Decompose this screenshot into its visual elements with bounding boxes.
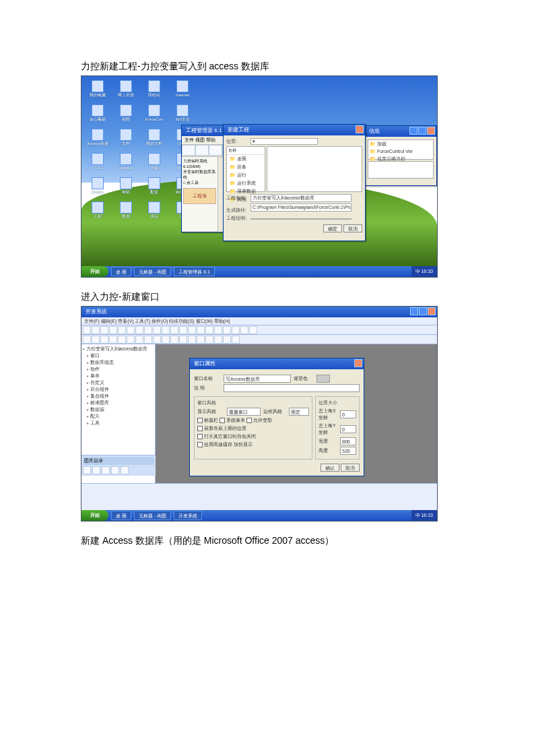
desktop-icon[interactable]: ForceCon xyxy=(142,104,166,127)
window-properties-dialog[interactable]: 窗口属性 窗口名称写Access数据库背景色 说 明 窗口风格 显示风格覆盖窗口… xyxy=(189,358,364,476)
desktop-icon[interactable]: 设备 xyxy=(142,153,166,176)
tool-button[interactable] xyxy=(102,466,110,474)
tree-item[interactable]: 窗口 xyxy=(83,352,154,359)
desktop-icon[interactable]: 帮助 xyxy=(114,177,138,200)
taskbar-item[interactable]: 工程管理器 6.1 xyxy=(174,267,215,276)
max-icon[interactable] xyxy=(418,127,426,135)
toolbar-button[interactable] xyxy=(205,336,213,344)
toolbar-button[interactable] xyxy=(223,326,231,334)
desktop-icon[interactable]: 360安全 xyxy=(170,104,195,127)
bg-color-picker[interactable] xyxy=(316,375,330,383)
toolbar-button[interactable] xyxy=(118,336,126,344)
toolbar-button[interactable] xyxy=(205,326,213,334)
menubar[interactable]: 文件(F) 编辑(E) 查看(V) 工具(T) 操作(O) 特殊功能(S) 窗口… xyxy=(81,317,437,325)
new-project-dialog[interactable]: 新建工程 位置:▾ 名称 桌面 设备 运行 运行系统 报表数据 其他 工程名称:… xyxy=(223,124,366,241)
desktop-icon[interactable]: FC6.1 xyxy=(86,153,110,176)
toolbar-button[interactable] xyxy=(170,336,178,344)
toolbar-button[interactable] xyxy=(127,326,135,334)
toolbar-button[interactable] xyxy=(144,326,152,334)
toolbar-button[interactable] xyxy=(170,326,178,334)
close-icon[interactable] xyxy=(427,127,435,135)
desktop-icon[interactable]: 我的电脑 xyxy=(86,80,110,103)
desktop-icon[interactable]: 演示 xyxy=(142,201,166,224)
min-icon[interactable] xyxy=(409,127,418,135)
toolbar-button[interactable] xyxy=(100,336,108,344)
desktop-icon[interactable]: 金山毒霸 xyxy=(86,104,110,127)
toolbar-button[interactable] xyxy=(83,326,91,334)
toolbar-button[interactable] xyxy=(240,326,248,334)
taskbar-item[interactable]: 开发系统 xyxy=(174,511,202,520)
tree-item[interactable]: 复合组件 xyxy=(83,393,154,400)
titlebar[interactable]: 窗口属性 xyxy=(190,358,364,369)
tree-item[interactable]: 力控变量写入到access数据库 xyxy=(83,346,154,352)
tree-item[interactable]: 工具 xyxy=(83,420,154,427)
app-titlebar[interactable]: 开发系统 xyxy=(81,307,437,317)
toolbox-panel[interactable]: 图库目录 xyxy=(81,455,156,476)
location-dropdown[interactable]: ▾ xyxy=(251,138,318,145)
tree-item[interactable]: 数据源 xyxy=(83,406,154,413)
tree-item[interactable]: 标准图库 xyxy=(83,400,154,406)
tool-button[interactable] xyxy=(92,466,100,474)
max-icon[interactable] xyxy=(419,307,427,315)
toolbar-button[interactable] xyxy=(249,326,257,334)
min-icon[interactable] xyxy=(410,307,418,315)
taskbar-item[interactable]: 无标题 - 画图 xyxy=(134,267,171,276)
checkbox[interactable] xyxy=(197,426,203,431)
w-field[interactable]: 800 xyxy=(340,437,356,445)
close-icon[interactable] xyxy=(354,359,362,367)
desktop-icon[interactable]: Develop xyxy=(114,153,138,176)
toolbar-button[interactable] xyxy=(179,326,187,334)
desktop-icon[interactable]: 网上邻居 xyxy=(114,80,138,103)
tree-item[interactable]: 菜单 xyxy=(83,373,154,379)
toolbar-button[interactable] xyxy=(182,145,195,156)
toolbar-button[interactable] xyxy=(162,336,170,344)
name-field[interactable]: 力控变量写入到access数据库 xyxy=(251,194,352,202)
project-button[interactable]: 工程项 xyxy=(183,188,216,204)
toolbar-button[interactable] xyxy=(153,326,161,334)
style-select[interactable]: 覆盖窗口 xyxy=(227,408,261,416)
start-button[interactable]: 开始 xyxy=(81,510,108,521)
toolbar-button[interactable] xyxy=(135,336,143,344)
toolbar-button[interactable] xyxy=(197,336,205,344)
checkbox[interactable] xyxy=(246,418,252,423)
system-tray[interactable]: 中 16:13 xyxy=(411,510,437,521)
tree-item[interactable]: 后台组件 xyxy=(83,386,154,393)
toolbar-button[interactable] xyxy=(223,336,231,344)
start-button[interactable]: 开始 xyxy=(81,266,108,277)
toolbar-button[interactable] xyxy=(197,326,205,334)
toolbar-button[interactable] xyxy=(232,326,240,334)
cancel-button[interactable]: 取消 xyxy=(343,224,362,232)
desktop-icon[interactable]: 工程 xyxy=(86,201,110,224)
desktop-icon[interactable]: 回收站 xyxy=(142,80,166,103)
toolbar-button[interactable] xyxy=(127,336,135,344)
checkbox[interactable] xyxy=(197,418,203,423)
toolbar-button[interactable] xyxy=(144,336,152,344)
toolbar-button[interactable] xyxy=(92,336,100,344)
desc-field[interactable] xyxy=(224,384,360,392)
tree-item[interactable]: 自定义 xyxy=(83,379,154,386)
toolbar-button[interactable] xyxy=(109,326,117,334)
cancel-button[interactable]: 取消 xyxy=(341,464,360,472)
design-canvas[interactable]: 窗口属性 窗口名称写Access数据库背景色 说 明 窗口风格 显示风格覆盖窗口… xyxy=(156,344,437,484)
toolbar-button[interactable] xyxy=(214,326,222,334)
toolbar-button[interactable] xyxy=(153,336,161,344)
close-icon[interactable] xyxy=(356,125,364,133)
folder-item[interactable]: 设备 xyxy=(227,163,265,171)
info-window[interactable]: 信息 加载 ForceControl Ver 北京三维力控 xyxy=(364,125,437,186)
name-field[interactable]: 写Access数据库 xyxy=(224,375,291,383)
toolbar-button[interactable] xyxy=(232,336,240,344)
toolbar-button[interactable] xyxy=(109,336,117,344)
system-tray[interactable]: 中 16:10 xyxy=(411,266,437,277)
tree-item[interactable]: 数据库组态 xyxy=(83,359,154,366)
folder-item[interactable]: 运行系统 xyxy=(227,179,265,187)
tree-item[interactable]: 配方 xyxy=(83,413,154,420)
titlebar[interactable]: 新建工程 xyxy=(224,125,365,135)
close-icon[interactable] xyxy=(428,307,436,315)
tool-button[interactable] xyxy=(121,466,129,474)
output-pane[interactable] xyxy=(81,483,437,510)
desktop-icon[interactable]: Access快捷 xyxy=(86,129,110,152)
toolbar-button[interactable] xyxy=(188,326,196,334)
desktop-icon[interactable]: 我的文档 xyxy=(142,129,166,152)
checkbox[interactable] xyxy=(197,434,203,439)
checkbox[interactable] xyxy=(197,442,203,447)
